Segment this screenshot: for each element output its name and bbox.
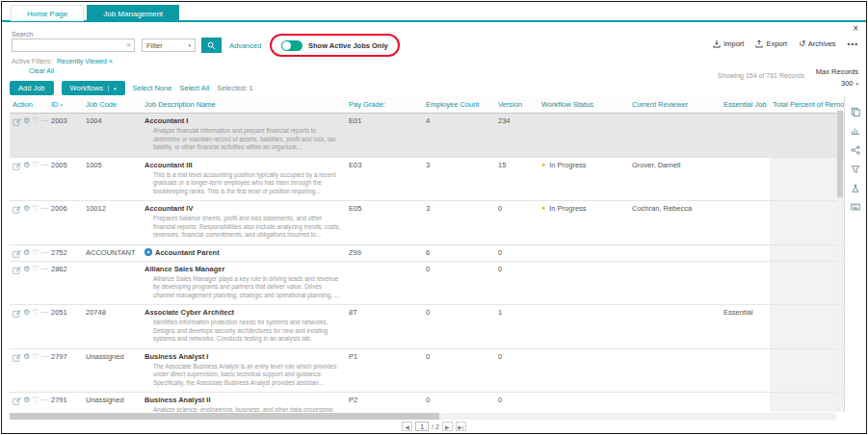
job-name-link[interactable]: Alliance Sales Manager [145, 265, 342, 273]
chart-icon[interactable] [851, 126, 860, 136]
column-header-action[interactable]: Action [10, 97, 48, 113]
import-button[interactable]: Import [713, 39, 744, 48]
column-header-workflow-status[interactable]: Workflow Status [539, 97, 629, 113]
keyboard-icon[interactable] [851, 203, 860, 211]
prev-page-icon[interactable]: ◀ [402, 422, 412, 431]
job-name-link[interactable]: Business Analyst II [145, 396, 342, 404]
table-row[interactable]: ⚙♡⋯2791UnassignedBusiness Analyst IIAnal… [10, 393, 845, 412]
column-header-id[interactable]: ID▾ [48, 97, 83, 113]
cell-job-description-name[interactable]: Accountant IIIThis is a mid level accoun… [142, 158, 346, 201]
column-header-job-code[interactable]: Job Code [83, 97, 142, 113]
horizontal-scrollbar-thumb[interactable] [10, 413, 439, 420]
row-more-icon[interactable]: ⋯ [40, 117, 48, 125]
edit-icon[interactable] [13, 162, 21, 170]
column-header-version[interactable]: Version [495, 97, 539, 113]
table-row[interactable]: ⚙♡⋯20051005Accountant IIIThis is a mid l… [10, 158, 845, 202]
edit-icon[interactable] [13, 205, 21, 214]
column-header-pay-grade[interactable]: Pay Grade: [346, 97, 423, 113]
favorite-icon[interactable]: ♡ [32, 117, 39, 125]
column-header-job-description-name[interactable]: Job Description Name [142, 97, 346, 113]
edit-icon[interactable] [13, 117, 21, 126]
settings-icon[interactable]: ⚙ [23, 309, 30, 317]
settings-icon[interactable]: ⚙ [23, 205, 30, 213]
job-name-link[interactable]: Accountant III [145, 161, 342, 169]
tab-home-page[interactable]: Home Page [11, 5, 84, 21]
select-none-link[interactable]: Select None [133, 84, 172, 92]
clear-search-icon[interactable]: × [126, 41, 134, 49]
active-jobs-toggle[interactable] [281, 40, 302, 51]
cell-job-description-name[interactable]: Business Analyst IIAnalyze science, engi… [142, 393, 346, 412]
chip-remove-icon[interactable]: × [109, 58, 113, 64]
row-more-icon[interactable]: ⋯ [40, 397, 48, 404]
cell-job-description-name[interactable]: Alliance Sales ManagerAlliance Sales Man… [142, 262, 346, 305]
select-all-link[interactable]: Select All [179, 84, 209, 92]
edit-icon[interactable] [13, 397, 21, 405]
row-more-icon[interactable]: ⋯ [40, 309, 48, 317]
row-more-icon[interactable]: ⋯ [40, 162, 48, 169]
cell-job-description-name[interactable]: Accountant Parent [142, 245, 346, 261]
settings-icon[interactable]: ⚙ [23, 117, 30, 125]
favorite-icon[interactable]: ♡ [32, 397, 39, 404]
settings-icon[interactable]: ⚙ [23, 266, 30, 273]
favorite-icon[interactable]: ♡ [32, 266, 39, 273]
next-page-icon[interactable]: ▶ [442, 422, 453, 431]
copy-icon[interactable] [851, 107, 860, 116]
export-button[interactable]: Export [755, 39, 787, 48]
current-page-input[interactable]: 1 [415, 422, 429, 431]
edit-icon[interactable] [13, 353, 21, 362]
favorite-icon[interactable]: ♡ [32, 249, 39, 257]
cell-job-description-name[interactable]: Associate Cyber ArchitectIdentifies info… [142, 305, 346, 348]
last-page-icon[interactable]: ▶| [456, 422, 466, 431]
favorite-icon[interactable]: ♡ [32, 162, 39, 169]
column-header-total-percent-remote[interactable]: Total Percent of Remote [770, 97, 845, 113]
row-more-icon[interactable]: ⋯ [40, 205, 48, 213]
job-name-link[interactable]: Accountant IV [145, 204, 342, 213]
add-job-button[interactable]: Add Job [10, 81, 54, 95]
flask-icon[interactable] [851, 184, 860, 193]
job-name-link[interactable]: Associate Cyber Architect [145, 308, 342, 317]
horizontal-scrollbar[interactable] [10, 413, 836, 420]
table-row[interactable]: ⚙♡⋯2752ACCOUNTANTAccountant ParentZ9960 [10, 245, 845, 262]
settings-icon[interactable]: ⚙ [23, 249, 30, 257]
search-button[interactable] [201, 38, 222, 53]
row-more-icon[interactable]: ⋯ [40, 266, 48, 273]
search-input[interactable] [13, 41, 126, 50]
column-header-current-reviewer[interactable]: Current Reviewer [629, 97, 721, 113]
favorite-icon[interactable]: ♡ [32, 205, 39, 213]
cell-job-description-name[interactable]: Accountant IVPrepares balance sheets, pr… [142, 201, 346, 244]
column-header-employee-count[interactable]: Employee Count [423, 97, 495, 113]
table-row[interactable]: ⚙♡⋯2862Alliance Sales ManagerAlliance Sa… [10, 262, 845, 306]
row-more-icon[interactable]: ⋯ [40, 353, 48, 361]
filter-dropdown[interactable]: Filter ▾ [142, 38, 196, 52]
funnel-icon[interactable] [851, 165, 860, 174]
tab-job-management[interactable]: Job Management [87, 5, 179, 21]
table-row[interactable]: ⚙♡⋯205120748Associate Cyber ArchitectIde… [10, 305, 845, 349]
close-icon[interactable]: × [853, 24, 858, 34]
settings-icon[interactable]: ⚙ [23, 353, 30, 361]
row-more-icon[interactable]: ⋯ [40, 249, 48, 257]
vertical-scrollbar-thumb[interactable] [837, 111, 843, 197]
table-row[interactable]: ⚙♡⋯200610012Accountant IVPrepares balanc… [10, 201, 845, 245]
job-name-link[interactable]: Business Analyst I [145, 352, 342, 361]
vertical-scrollbar[interactable] [837, 111, 843, 410]
favorite-icon[interactable]: ♡ [32, 353, 39, 361]
cell-job-description-name[interactable]: Business Analyst IThe Associate Business… [142, 349, 346, 393]
edit-icon[interactable] [13, 266, 21, 274]
hierarchy-icon[interactable] [851, 145, 860, 155]
table-row[interactable]: ⚙♡⋯2797UnassignedBusiness Analyst IThe A… [10, 349, 845, 394]
settings-icon[interactable]: ⚙ [23, 397, 30, 404]
max-records-select[interactable]: 300 ▾ [816, 79, 858, 88]
favorite-icon[interactable]: ♡ [32, 309, 39, 317]
cell-job-description-name[interactable]: Accountant IAnalyze financial informatio… [142, 114, 346, 157]
edit-icon[interactable] [13, 309, 21, 318]
clear-all-link[interactable]: Clear All [29, 67, 54, 74]
column-header-essential-job[interactable]: Essential Job [721, 97, 770, 113]
advanced-link[interactable]: Advanced [229, 41, 261, 50]
settings-icon[interactable]: ⚙ [23, 162, 30, 169]
table-row[interactable]: ⚙♡⋯20031004Accountant IAnalyze financial… [10, 114, 845, 158]
archives-button[interactable]: ↺ Archives [799, 39, 835, 48]
edit-icon[interactable] [13, 249, 21, 258]
filter-chip-recently-viewed[interactable]: Recently Viewed× [57, 58, 113, 64]
workflows-button[interactable]: Workflows ▾ [62, 81, 125, 95]
job-name-link[interactable]: Accountant Parent [145, 248, 342, 257]
